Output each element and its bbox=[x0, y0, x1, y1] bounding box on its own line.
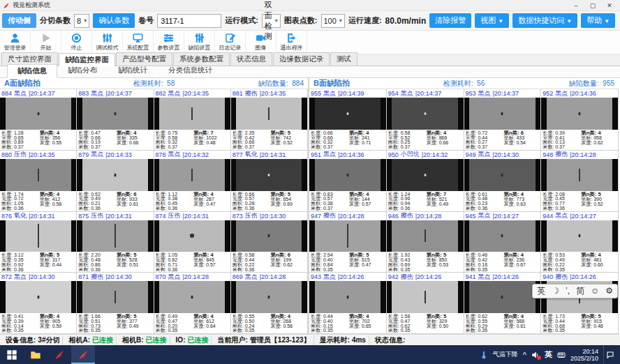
ime-button[interactable]: ☽ bbox=[552, 284, 559, 298]
defect-cell[interactable]: 942 擦伤 |20:14:26 长度: 1.58宽度: 0.47面积: 0.6… bbox=[387, 273, 464, 334]
action-journal-button[interactable]: 日志记录 bbox=[215, 31, 246, 54]
clock[interactable]: 20:14 2025/2/10 bbox=[570, 348, 598, 362]
defect-cell[interactable]: 951 黑点 |20:14:36 长度: 0.83宽度: 0.57面积: 0.3… bbox=[309, 151, 387, 212]
defect-cell[interactable]: 882 黑点 |20:14:35 长度: 0.75宽度: 0.58面积: 0.3… bbox=[154, 89, 231, 151]
defect-cell[interactable]: 881 擦伤 |20:14:35 长度: 2.35宽度: 0.42面积: 0.6… bbox=[231, 89, 308, 151]
weather-text[interactable]: 气温下降 bbox=[493, 350, 518, 359]
defect-cell[interactable]: 873 压伤 |20:14:30 长度: 0.58宽度: 0.44面积: 0.2… bbox=[231, 212, 308, 273]
tab[interactable]: 边缘数据记录 bbox=[273, 52, 330, 66]
defect-thumbnail[interactable] bbox=[0, 159, 76, 191]
defect-cell[interactable]: 945 黑点 |20:14:27 长度: 0.46宽度: 0.42面积: 0.1… bbox=[464, 212, 542, 273]
defect-thumbnail[interactable] bbox=[309, 281, 386, 313]
app-icon-active[interactable] bbox=[71, 345, 95, 364]
ime-button[interactable]: 简 bbox=[576, 284, 584, 298]
confirm-count-button[interactable]: 确认条数 bbox=[93, 13, 135, 28]
defect-thumbnail[interactable] bbox=[231, 220, 307, 252]
language-indicator[interactable]: 英 bbox=[545, 349, 552, 360]
keyboard-icon[interactable] bbox=[557, 351, 566, 359]
defect-thumbnail[interactable] bbox=[387, 281, 464, 313]
defect-thumbnail[interactable] bbox=[309, 159, 386, 191]
action-tune-button[interactable]: 调试模式 bbox=[92, 31, 123, 54]
defect-thumbnail[interactable] bbox=[541, 159, 618, 191]
tray-expand-caret[interactable]: ^ bbox=[523, 351, 526, 359]
minimize-button[interactable]: – bbox=[568, 1, 584, 10]
defect-thumbnail[interactable] bbox=[231, 98, 307, 130]
action-user-button[interactable]: 管理登录 bbox=[0, 31, 31, 54]
file-explorer-icon[interactable] bbox=[24, 345, 47, 364]
action-monitor-button[interactable]: 系统配置 bbox=[123, 31, 154, 54]
defect-thumbnail[interactable] bbox=[231, 159, 307, 191]
defect-thumbnail[interactable] bbox=[77, 159, 153, 191]
defect-cell[interactable]: 950 小凹坑 |20:14:32 长度: 1.24宽度: 0.96面积: 0.… bbox=[387, 151, 464, 212]
notification-center-icon[interactable] bbox=[603, 345, 616, 364]
defect-cell[interactable]: 876 氧化 |20:14:31 长度: 3.12宽度: 0.35面积: 0.9… bbox=[0, 212, 77, 273]
defect-cell[interactable]: 943 黑点 |20:14:26 长度: 0.44宽度: 0.40面积: 0.1… bbox=[309, 273, 387, 334]
view-menu-button[interactable]: 视图 ▼ bbox=[475, 13, 509, 28]
run-mode-select[interactable]: 双面检测▾ bbox=[262, 14, 281, 28]
defect-cell[interactable]: 946 擦伤 |20:14:28 长度: 1.92宽度: 0.43面积: 0.6… bbox=[387, 212, 464, 273]
tab[interactable]: 缺陷信息 bbox=[7, 64, 57, 78]
defect-cell[interactable]: 871 擦伤 |20:14:30 长度: 1.66宽度: 0.51面积: 0.7… bbox=[77, 273, 154, 334]
action-sliders-v-button[interactable]: 缺陷设置 bbox=[184, 31, 215, 54]
defect-thumbnail[interactable] bbox=[77, 220, 153, 252]
start-button[interactable] bbox=[0, 345, 24, 364]
defect-thumbnail[interactable] bbox=[77, 281, 153, 313]
volume-icon[interactable] bbox=[531, 351, 540, 359]
action-play-button[interactable]: 开始 bbox=[31, 31, 61, 54]
defect-thumbnail[interactable] bbox=[154, 159, 230, 191]
defect-cell[interactable]: 884 黑点 |20:14:37 长度: 1.28宽度: 0.65面积: 0.8… bbox=[0, 89, 77, 151]
defect-cell[interactable]: 953 黑点 |20:14:37 长度: 0.72宽度: 0.44面积: 0.2… bbox=[464, 89, 542, 151]
ime-button[interactable]: ’, bbox=[566, 284, 570, 298]
defect-thumbnail[interactable] bbox=[464, 281, 541, 313]
defect-cell[interactable]: 874 压伤 |20:14:31 长度: 1.05宽度: 0.82面积: 0.7… bbox=[154, 212, 231, 273]
defect-thumbnail[interactable] bbox=[0, 98, 76, 130]
defect-thumbnail[interactable] bbox=[309, 98, 386, 130]
ime-button[interactable]: ☺ bbox=[591, 284, 599, 298]
clear-alarm-button[interactable]: 清除报警 bbox=[429, 13, 471, 28]
defect-cell[interactable]: 875 压伤 |20:14:31 长度: 2.20宽度: 0.48面积: 0.8… bbox=[77, 212, 154, 273]
tab[interactable]: 分类信息统计 bbox=[158, 63, 223, 77]
defect-thumbnail[interactable] bbox=[0, 220, 76, 252]
defect-thumbnail[interactable] bbox=[387, 98, 464, 130]
defect-cell[interactable]: 870 黑点 |20:14:28 长度: 0.49宽度: 0.47面积: 0.2… bbox=[154, 273, 231, 334]
defect-cell[interactable]: 944 黑点 |20:14:27 长度: 0.53宽度: 0.49面积: 0.2… bbox=[541, 212, 619, 273]
defect-thumbnail[interactable] bbox=[0, 281, 76, 313]
defect-thumbnail[interactable] bbox=[541, 220, 618, 252]
defect-cell[interactable]: 941 黑点 |20:14:26 长度: 0.62宽度: 0.55面积: 0.2… bbox=[464, 273, 542, 334]
defect-cell[interactable]: 878 黑点 |20:14:32 长度: 1.12宽度: 0.38面积: 0.4… bbox=[154, 151, 231, 212]
defect-cell[interactable]: 883 黑点 |20:14:37 长度: 0.47宽度: 0.66面积: 0.1… bbox=[77, 89, 154, 151]
defect-thumbnail[interactable] bbox=[387, 159, 464, 191]
roll-number-input[interactable] bbox=[157, 14, 221, 28]
tab[interactable]: 状态信息 bbox=[230, 52, 272, 66]
defect-thumbnail[interactable] bbox=[154, 220, 230, 252]
defect-cell[interactable]: 940 擦伤 |20:14:26 长度: 1.73宽度: 0.44面积: 0.6… bbox=[541, 273, 619, 334]
defect-thumbnail[interactable] bbox=[309, 220, 386, 252]
defect-thumbnail[interactable] bbox=[464, 220, 541, 252]
help-menu-button[interactable]: 帮助 ▼ bbox=[581, 13, 615, 28]
defect-cell[interactable]: 952 黑点 |20:14:36 长度: 0.39宽度: 0.41面积: 0.1… bbox=[541, 89, 619, 151]
ime-toolbar[interactable]: 英☽’,简☺⚙ bbox=[532, 284, 618, 298]
defect-thumbnail[interactable] bbox=[387, 220, 464, 252]
defect-cell[interactable]: 880 压伤 |20:14:35 长度: 1.74宽度: 0.72面积: 1.0… bbox=[0, 151, 77, 212]
maximize-button[interactable]: ▢ bbox=[585, 1, 600, 10]
close-button[interactable]: ✕ bbox=[602, 1, 617, 10]
defect-cell[interactable]: 949 黑点 |20:14:30 长度: 0.61宽度: 0.48面积: 0.2… bbox=[464, 151, 542, 212]
defect-thumbnail[interactable] bbox=[541, 98, 618, 130]
defect-thumbnail[interactable] bbox=[77, 98, 153, 130]
defect-thumbnail[interactable] bbox=[154, 281, 230, 313]
drive-side-button[interactable]: 传动侧 bbox=[2, 13, 36, 28]
defect-cell[interactable]: 869 黑点 |20:14:28 长度: 0.55宽度: 0.50面积: 0.2… bbox=[231, 273, 308, 334]
defect-cell[interactable]: 948 擦伤 |20:14:28 长度: 2.08宽度: 0.45面积: 0.7… bbox=[541, 151, 619, 212]
chart-points-select[interactable]: 100▾ bbox=[321, 14, 345, 28]
action-sliders-h-button[interactable]: 参数设置 bbox=[154, 31, 184, 54]
defect-thumbnail[interactable] bbox=[154, 98, 230, 130]
defect-cell[interactable]: 947 擦伤 |20:14:28 长度: 2.54宽度: 0.40面积: 0.8… bbox=[309, 212, 387, 273]
defect-thumbnail[interactable] bbox=[464, 159, 541, 191]
ime-button[interactable]: 英 bbox=[537, 284, 545, 298]
app-icon-inactive[interactable] bbox=[47, 345, 71, 364]
action-camera-button[interactable]: 图像 bbox=[246, 31, 276, 54]
tab[interactable]: 测试 bbox=[330, 52, 357, 66]
defect-cell[interactable]: 872 黑点 |20:14:30 长度: 0.41宽度: 0.39面积: 0.1… bbox=[0, 273, 77, 334]
defect-cell[interactable]: 879 黑点 |20:14:33 长度: 0.52宽度: 0.49面积: 0.2… bbox=[77, 151, 154, 212]
defect-cell[interactable]: 877 氧化 |20:14:31 长度: 0.66宽度: 0.57面积: 0.2… bbox=[231, 151, 308, 212]
